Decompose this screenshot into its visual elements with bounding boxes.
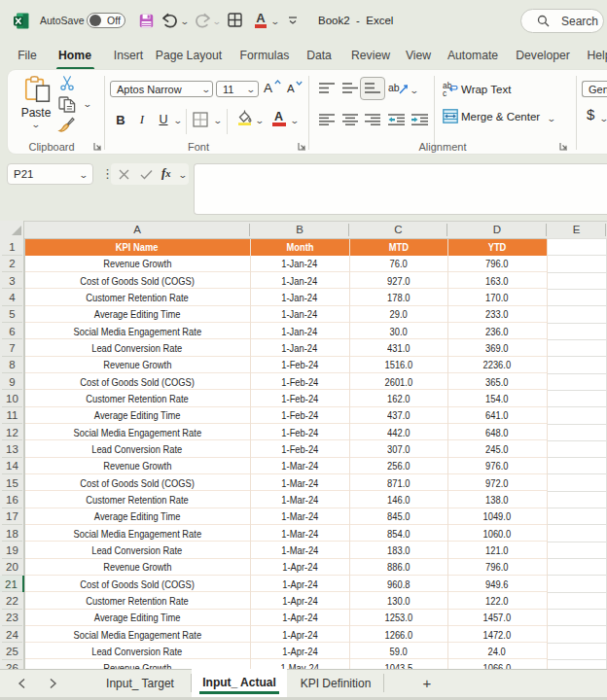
- svg-text:ab: ab: [388, 82, 400, 93]
